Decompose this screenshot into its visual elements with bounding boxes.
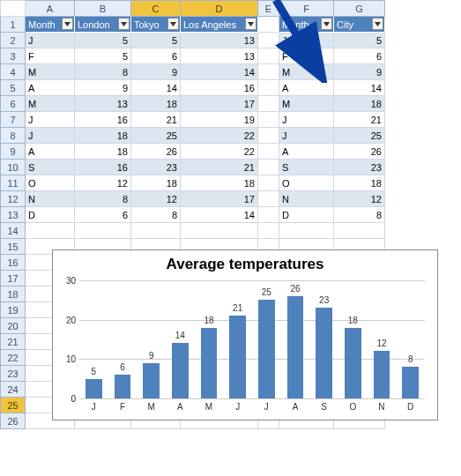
cell-G13[interactable]: 8 bbox=[334, 207, 385, 223]
cell-D3[interactable]: 13 bbox=[181, 48, 258, 64]
cell-B7[interactable]: 16 bbox=[75, 112, 131, 128]
cell-D10[interactable]: 21 bbox=[181, 160, 258, 175]
col-header-E[interactable]: E bbox=[258, 1, 279, 17]
cell-G10[interactable]: 23 bbox=[334, 160, 385, 175]
cell-D11[interactable]: 18 bbox=[181, 175, 258, 191]
cell-G3[interactable]: 6 bbox=[334, 48, 385, 64]
cell-G2[interactable]: 5 bbox=[334, 33, 385, 48]
cell-E10[interactable] bbox=[258, 160, 279, 175]
filter-dropdown-icon[interactable] bbox=[62, 18, 73, 30]
row-header-12[interactable]: 12 bbox=[1, 191, 26, 207]
col-header-C[interactable]: C bbox=[131, 1, 181, 17]
cell-C4[interactable]: 9 bbox=[131, 64, 181, 80]
row-header-20[interactable]: 20 bbox=[1, 318, 26, 334]
cell-F8[interactable]: J bbox=[279, 128, 334, 144]
col-header-A[interactable]: A bbox=[26, 1, 75, 17]
cell-D14[interactable] bbox=[181, 223, 258, 239]
cell-B3[interactable]: 5 bbox=[75, 48, 131, 64]
cell-A2[interactable]: J bbox=[26, 33, 75, 48]
cell-E2[interactable] bbox=[258, 33, 279, 48]
cell-D2[interactable]: 13 bbox=[181, 33, 258, 48]
cell-F12[interactable]: N bbox=[279, 191, 334, 207]
cell-E5[interactable] bbox=[258, 80, 279, 96]
cell-G11[interactable]: 18 bbox=[334, 175, 385, 191]
select-all-corner[interactable] bbox=[1, 1, 26, 17]
row-header-22[interactable]: 22 bbox=[1, 350, 26, 366]
cell-C7[interactable]: 21 bbox=[131, 112, 181, 128]
row-header-6[interactable]: 6 bbox=[1, 96, 26, 112]
row-header-2[interactable]: 2 bbox=[1, 33, 26, 48]
row-header-15[interactable]: 15 bbox=[1, 239, 26, 255]
filter-dropdown-icon[interactable] bbox=[118, 18, 130, 30]
cell-C11[interactable]: 18 bbox=[131, 175, 181, 191]
cell-B8[interactable]: 18 bbox=[75, 128, 131, 144]
cell-E14[interactable] bbox=[258, 223, 279, 239]
row-header-10[interactable]: 10 bbox=[1, 160, 26, 175]
cell-E6[interactable] bbox=[258, 96, 279, 112]
filter-dropdown-icon[interactable] bbox=[245, 18, 257, 30]
row-header-14[interactable]: 14 bbox=[1, 223, 26, 239]
col-header-D[interactable]: D bbox=[181, 1, 258, 17]
cell-E9[interactable] bbox=[258, 144, 279, 160]
cell-A3[interactable]: F bbox=[26, 48, 75, 64]
cell-G8[interactable]: 25 bbox=[334, 128, 385, 144]
row-header-18[interactable]: 18 bbox=[1, 286, 26, 302]
cell-A4[interactable]: M bbox=[26, 64, 75, 80]
cell-E4[interactable] bbox=[258, 64, 279, 80]
cell-A8[interactable]: J bbox=[26, 128, 75, 144]
cell-A10[interactable]: S bbox=[26, 160, 75, 175]
filter-dropdown-icon[interactable] bbox=[167, 18, 179, 30]
col-header-F[interactable]: F bbox=[279, 1, 334, 17]
col-header-B[interactable]: B bbox=[75, 1, 131, 17]
cell-F13[interactable]: D bbox=[279, 207, 334, 223]
cell-D7[interactable]: 19 bbox=[181, 112, 258, 128]
cell-F2[interactable]: J bbox=[279, 33, 334, 48]
cell-F9[interactable]: A bbox=[279, 144, 334, 160]
cell-B12[interactable]: 8 bbox=[75, 191, 131, 207]
cell-G1[interactable]: City bbox=[334, 17, 385, 33]
row-header-3[interactable]: 3 bbox=[1, 48, 26, 64]
cell-B14[interactable] bbox=[75, 223, 131, 239]
cell-C3[interactable]: 6 bbox=[131, 48, 181, 64]
cell-G9[interactable]: 26 bbox=[334, 144, 385, 160]
cell-F7[interactable]: J bbox=[279, 112, 334, 128]
row-header-25[interactable]: 25 bbox=[1, 398, 26, 413]
row-header-23[interactable]: 23 bbox=[1, 366, 26, 382]
cell-C13[interactable]: 8 bbox=[131, 207, 181, 223]
cell-D4[interactable]: 14 bbox=[181, 64, 258, 80]
cell-D13[interactable]: 14 bbox=[181, 207, 258, 223]
cell-D6[interactable]: 17 bbox=[181, 96, 258, 112]
row-header-13[interactable]: 13 bbox=[1, 207, 26, 223]
cell-G14[interactable] bbox=[334, 223, 385, 239]
filter-dropdown-icon[interactable] bbox=[372, 18, 383, 30]
cell-B6[interactable]: 13 bbox=[75, 96, 131, 112]
cell-A6[interactable]: M bbox=[26, 96, 75, 112]
cell-C2[interactable]: 5 bbox=[131, 33, 181, 48]
cell-B5[interactable]: 9 bbox=[75, 80, 131, 96]
cell-D5[interactable]: 16 bbox=[181, 80, 258, 96]
cell-B2[interactable]: 5 bbox=[75, 33, 131, 48]
cell-C12[interactable]: 12 bbox=[131, 191, 181, 207]
row-header-1[interactable]: 1 bbox=[1, 17, 26, 33]
cell-D1[interactable]: Los Angeles bbox=[181, 17, 258, 33]
cell-C14[interactable] bbox=[131, 223, 181, 239]
cell-A11[interactable]: O bbox=[26, 175, 75, 191]
cell-C1[interactable]: Tokyo bbox=[131, 17, 181, 33]
cell-F6[interactable]: M bbox=[279, 96, 334, 112]
cell-A7[interactable]: J bbox=[26, 112, 75, 128]
cell-F14[interactable] bbox=[279, 223, 334, 239]
row-header-5[interactable]: 5 bbox=[1, 80, 26, 96]
cell-A1[interactable]: Month bbox=[26, 17, 75, 33]
row-header-4[interactable]: 4 bbox=[1, 64, 26, 80]
cell-E8[interactable] bbox=[258, 128, 279, 144]
col-header-G[interactable]: G bbox=[334, 1, 385, 17]
cell-B10[interactable]: 16 bbox=[75, 160, 131, 175]
cell-G6[interactable]: 18 bbox=[334, 96, 385, 112]
cell-E11[interactable] bbox=[258, 175, 279, 191]
cell-F4[interactable]: M bbox=[279, 64, 334, 80]
row-header-16[interactable]: 16 bbox=[1, 255, 26, 271]
cell-A13[interactable]: D bbox=[26, 207, 75, 223]
cell-A9[interactable]: A bbox=[26, 144, 75, 160]
cell-E13[interactable] bbox=[258, 207, 279, 223]
cell-G5[interactable]: 14 bbox=[334, 80, 385, 96]
